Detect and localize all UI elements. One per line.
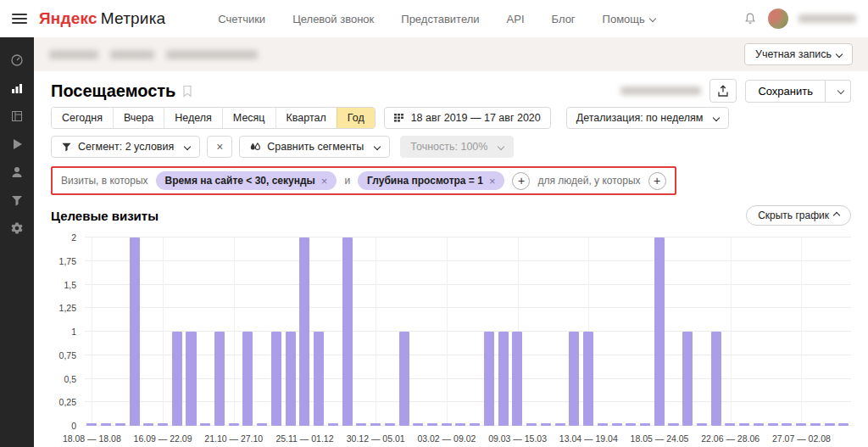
bar[interactable] <box>99 237 114 426</box>
compare-segments-button[interactable]: Сравнить сегменты <box>239 136 390 158</box>
account-button[interactable]: Учетная запись <box>744 43 853 65</box>
bar[interactable] <box>837 237 851 426</box>
nav-item-target-call[interactable]: Целевой звонок <box>292 13 374 25</box>
bar[interactable] <box>170 237 184 426</box>
condition-pill-page-depth[interactable]: Глубина просмотра = 1 × <box>358 171 504 190</box>
bar[interactable] <box>382 237 397 426</box>
bar[interactable] <box>298 237 312 426</box>
bar[interactable] <box>184 237 198 426</box>
bar[interactable] <box>709 237 723 426</box>
bar[interactable] <box>638 237 653 426</box>
bar[interactable] <box>624 237 638 426</box>
sidebar-item-settings[interactable] <box>9 221 25 236</box>
bar[interactable] <box>453 237 468 426</box>
bar[interactable] <box>113 237 127 426</box>
bar[interactable] <box>255 237 270 426</box>
bar[interactable] <box>595 237 609 426</box>
bar[interactable] <box>468 237 482 426</box>
tab-year[interactable]: Год <box>337 108 375 128</box>
bar[interactable] <box>539 237 554 426</box>
bar[interactable] <box>156 237 170 426</box>
remove-condition-icon[interactable]: × <box>489 176 496 187</box>
add-user-condition-button[interactable]: + <box>648 172 666 190</box>
sidebar-item-reports[interactable] <box>9 81 25 96</box>
bar[interactable] <box>553 237 567 426</box>
bar[interactable] <box>397 237 411 426</box>
bar[interactable] <box>326 237 340 426</box>
bar[interactable] <box>681 237 695 426</box>
sidebar-item-maps[interactable] <box>9 109 25 124</box>
bar[interactable] <box>482 237 497 426</box>
bar[interactable] <box>369 237 383 426</box>
tab-yesterday[interactable]: Вчера <box>113 108 164 128</box>
bar[interactable] <box>666 237 681 426</box>
bar[interactable] <box>213 237 227 426</box>
username-redacted[interactable] <box>798 14 856 23</box>
bar[interactable] <box>822 237 837 426</box>
breadcrumb-report-redacted[interactable] <box>166 50 258 59</box>
bar[interactable] <box>439 237 453 426</box>
segment-button[interactable]: Сегмент: 2 условия <box>51 136 200 158</box>
bar[interactable] <box>723 237 737 426</box>
bar[interactable] <box>198 237 213 426</box>
bar[interactable] <box>270 237 284 426</box>
bar[interactable] <box>411 237 426 426</box>
bar[interactable] <box>241 237 255 426</box>
nav-item-counters[interactable]: Счетчики <box>218 13 265 25</box>
bell-icon[interactable] <box>743 11 758 26</box>
bar[interactable] <box>695 237 709 426</box>
bar[interactable] <box>752 237 766 426</box>
bar[interactable] <box>525 237 539 426</box>
bar[interactable] <box>567 237 581 426</box>
bar[interactable] <box>354 237 369 426</box>
bar[interactable] <box>510 237 525 426</box>
bar[interactable] <box>609 237 624 426</box>
bar[interactable] <box>283 237 298 426</box>
sidebar-item-segments[interactable] <box>9 193 25 208</box>
bookmark-icon[interactable] <box>182 85 192 98</box>
bar[interactable] <box>340 237 354 426</box>
breadcrumb-counter-redacted[interactable] <box>49 50 98 59</box>
bar[interactable] <box>808 237 822 426</box>
segment-label: Сегмент: 2 условия <box>78 141 174 153</box>
bar[interactable] <box>794 237 809 426</box>
bar[interactable] <box>496 237 510 426</box>
bar[interactable] <box>780 237 794 426</box>
yandex-metrica-logo[interactable]: ЯндексМетрика <box>39 9 165 28</box>
bar[interactable] <box>226 237 241 426</box>
bar[interactable] <box>426 237 440 426</box>
nav-item-help[interactable]: Помощь <box>603 13 655 25</box>
tab-quarter[interactable]: Квартал <box>275 108 337 128</box>
breadcrumb-bar: Учетная запись <box>34 37 868 71</box>
date-range-button[interactable]: 18 авг 2019 — 17 авг 2020 <box>384 107 551 129</box>
nav-item-blog[interactable]: Блог <box>552 13 576 25</box>
bar[interactable] <box>85 237 99 426</box>
export-button[interactable] <box>709 79 737 103</box>
nav-item-api[interactable]: API <box>507 13 525 25</box>
tab-week[interactable]: Неделя <box>164 108 222 128</box>
bar[interactable] <box>312 237 326 426</box>
remove-condition-icon[interactable]: × <box>321 176 328 187</box>
detail-dropdown[interactable]: Детализация: по неделям <box>566 107 730 129</box>
hide-chart-button[interactable]: Скрыть график <box>746 205 851 226</box>
sidebar-item-dashboard[interactable] <box>9 53 25 68</box>
save-button[interactable]: Сохранить <box>745 80 826 103</box>
hamburger-menu-icon[interactable] <box>12 14 27 24</box>
bar[interactable] <box>737 237 752 426</box>
sidebar-item-webvisor[interactable] <box>9 137 25 152</box>
user-avatar[interactable] <box>768 8 788 29</box>
save-dropdown-button[interactable] <box>826 80 851 103</box>
tab-today[interactable]: Сегодня <box>52 108 113 128</box>
tab-month[interactable]: Месяц <box>222 108 275 128</box>
bar[interactable] <box>142 237 156 426</box>
breadcrumb-section-redacted[interactable] <box>110 50 154 59</box>
bar[interactable] <box>652 237 666 426</box>
bar[interactable] <box>765 237 780 426</box>
condition-pill-time-on-site[interactable]: Время на сайте < 30, секунды × <box>156 171 337 190</box>
sidebar-item-visitors[interactable] <box>9 165 25 180</box>
bar[interactable] <box>127 237 142 426</box>
add-visit-condition-button[interactable]: + <box>512 172 530 190</box>
bar[interactable] <box>581 237 596 426</box>
nav-item-representatives[interactable]: Представители <box>401 13 479 25</box>
clear-segment-button[interactable]: × <box>207 136 232 158</box>
